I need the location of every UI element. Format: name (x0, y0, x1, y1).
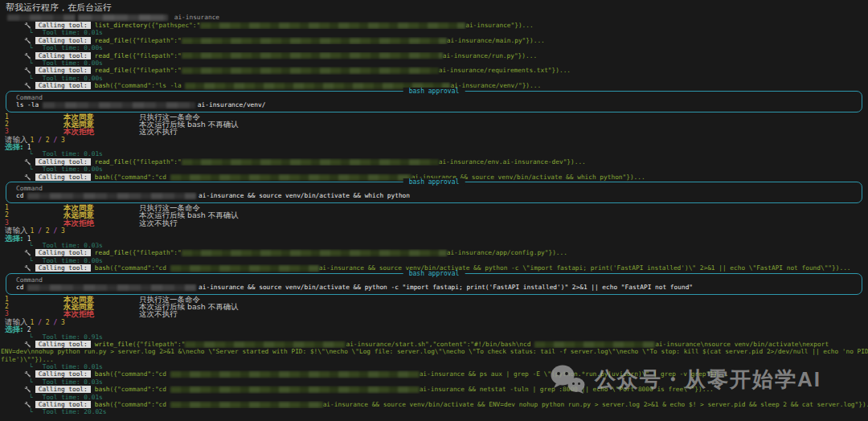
elbow-icon: └ (29, 257, 33, 264)
redacted-blur (185, 341, 346, 348)
redacted-blur (78, 14, 168, 21)
command-text: cd ai-insurance && source venv/bin/activ… (16, 192, 852, 200)
approval-option-row: 2永远同意本次运行后续 bash 不再确认 (0, 121, 868, 128)
text-segment: cd (16, 284, 27, 291)
bash-approval-title: bash approval (403, 270, 465, 277)
option-desc: 这次不执行 (139, 310, 868, 317)
option-key: 1 (0, 113, 63, 121)
wechat-icon (550, 363, 587, 395)
wrench-icon: 🔧 (24, 22, 31, 29)
option-desc: 这次不执行 (139, 219, 868, 227)
redacted-blur (170, 402, 323, 408)
bash-approval-box: bash approvalCommandcd ai-insurance && s… (6, 182, 862, 203)
choice-slash: / (50, 137, 61, 143)
choice-slash: / (34, 137, 45, 143)
tool-name: bash (95, 264, 110, 272)
calling-tool-badge: Calling tool: (35, 37, 91, 44)
choice-number: 3 (61, 319, 65, 325)
option-key: 2 (0, 121, 63, 128)
selection-label: 选择: (5, 235, 23, 242)
text-segment: ai-insurance/start.sh","content":"#!/bin… (346, 341, 534, 348)
wrench-icon: 🔧 (24, 250, 31, 256)
calling-tool-badge: Calling tool: (35, 341, 91, 348)
tool-time-line: └Tool time: 0.03s (0, 242, 868, 249)
redacted-blur (534, 341, 655, 348)
option-label: 本次拒绝 (63, 128, 139, 135)
bash-approval-title: bash approval (403, 88, 465, 95)
tool-call-line: 🔧Calling tool:read_file({"filepath":"ai-… (0, 52, 868, 59)
text-segment: ai-insurance/main.py"})... (447, 37, 545, 44)
redacted-blur (43, 102, 195, 108)
elbow-icon: └ (29, 363, 33, 370)
text-segment: ({"filepath":" (133, 341, 186, 348)
tool-time-text: Tool time: 0.03s (43, 242, 103, 249)
tool-time-text: Tool time: 0.01s (43, 363, 103, 370)
tool-time-line: └Tool time: 0.00s (0, 44, 868, 51)
approval-option-row: 1本次同意只执行这一条命令 (0, 296, 868, 303)
wrench-icon: 🔧 (24, 341, 31, 348)
approval-option-row: 2永远同意本次运行后续 bash 不再确认 (0, 211, 868, 219)
command-text: ls -la ai-insurance/venv/ (16, 101, 852, 109)
option-label: 本次同意 (63, 113, 139, 121)
tool-call-line: 🔧Calling tool:list_directory({"pathspec"… (0, 22, 868, 29)
redacted-blur (182, 67, 439, 74)
redacted-blur (170, 174, 411, 181)
elbow-icon: └ (29, 394, 33, 401)
option-desc: 只执行这一条命令 (139, 113, 868, 121)
approval-option-row: 2永远同意本次运行后续 bash 不再确认 (0, 303, 868, 310)
text-segment: ({"command":"cd (110, 174, 170, 181)
tool-time-line: └Tool time: 20.02s (0, 408, 868, 415)
tool-time-line: └Tool time: 0.00s (0, 59, 868, 67)
choice-slash: / (34, 227, 45, 234)
text-segment: cd (16, 192, 27, 199)
selection-label: 选择: (5, 143, 23, 150)
redacted-blur (27, 193, 196, 199)
tool-name: read_file (95, 67, 129, 74)
tool-name: read_file (95, 52, 129, 59)
option-key: 3 (0, 310, 63, 317)
selection-line: 选择: 2 (0, 325, 868, 333)
option-desc: 本次运行后续 bash 不再确认 (139, 121, 868, 128)
option-label: 本次同意 (63, 296, 139, 303)
choice-slash: / (34, 319, 45, 325)
elbow-icon: └ (29, 333, 33, 341)
tool-time-text: Tool time: 20.02s (43, 408, 107, 415)
text-segment: ai-insurance/venv/ (198, 101, 266, 108)
bash-approval-title: bash approval (403, 178, 465, 186)
tool-time-text: Tool time: 0.00s (43, 44, 103, 51)
tool-time-line: └Tool time: 0.00s (0, 75, 868, 82)
tool-call-line: 🔧Calling tool:write_file({"filepath":"ai… (0, 341, 868, 348)
tool-time-text: Tool time: 0.01s (43, 150, 103, 157)
elbow-icon: └ (29, 242, 33, 249)
tool-time-line: └Tool time: 0.91s (0, 333, 868, 341)
selection-label: 选择: (5, 325, 23, 333)
text-segment: ({"command":"ls -la (110, 82, 186, 89)
tool-name: bash (95, 174, 110, 181)
approval-option-row: 1本次同意只执行这一条命令 (0, 204, 868, 211)
redacted-blur (27, 284, 196, 291)
wrench-icon: 🔧 (24, 265, 31, 272)
tool-time-line: └Tool time: 0.00s (0, 257, 868, 264)
option-label: 本次拒绝 (63, 219, 139, 227)
tool-name: write_file (95, 341, 133, 348)
cwd-line: ai-insurance (0, 13, 868, 22)
choice-prompt-label: 请输入 (5, 227, 31, 234)
command-label: Command (16, 94, 852, 101)
elbow-icon: └ (29, 378, 33, 386)
option-key: 3 (0, 128, 63, 135)
wrench-icon: 🔧 (24, 174, 31, 181)
text-segment: ai-insurance/app/config.py"})... (447, 249, 567, 256)
calling-tool-badge: Calling tool: (35, 67, 91, 74)
text-segment: ({"command":"cd (110, 401, 170, 408)
tool-time-line: └Tool time: 0.01s (0, 150, 868, 157)
tool-call-line: 🔧Calling tool:read_file({"filepath":"ai-… (0, 158, 868, 166)
choice-prompt-line: 请输入 1 / 2 / 3 (0, 318, 868, 325)
elbow-icon: └ (29, 29, 33, 36)
wrench-icon: 🔧 (24, 83, 31, 89)
terminal[interactable]: 帮我运行程序，在后台运行 ai-insurance🔧Calling tool:l… (0, 0, 868, 421)
approval-option-row: 1本次同意只执行这一条命令 (0, 113, 868, 121)
text-segment: ({"filepath":" (129, 249, 182, 256)
choice-prompt-label: 请输入 (5, 318, 31, 325)
selection-line: 选择: 1 (0, 235, 868, 242)
calling-tool-badge: Calling tool: (35, 82, 91, 89)
